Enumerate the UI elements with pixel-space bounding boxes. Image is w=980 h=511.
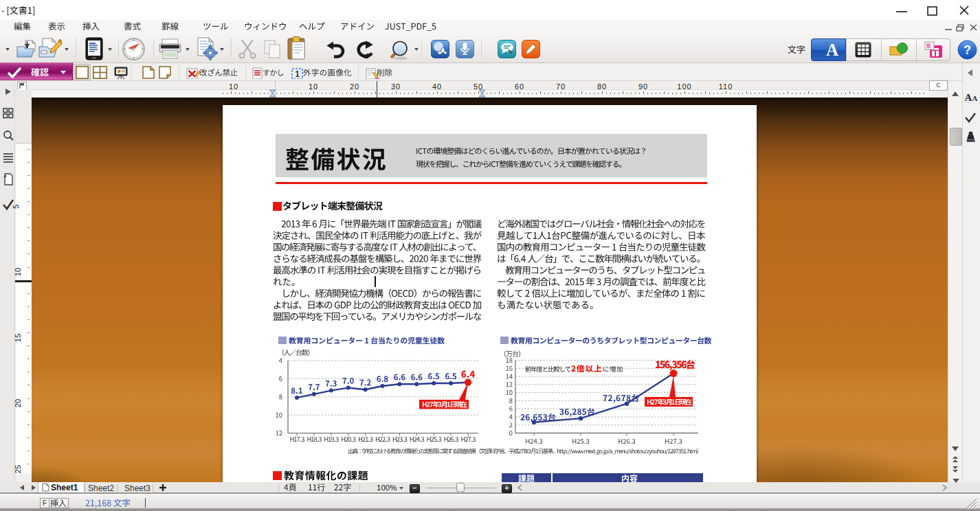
- svg-text:?: ?: [964, 43, 971, 57]
- svg-text:1: 1: [295, 69, 300, 79]
